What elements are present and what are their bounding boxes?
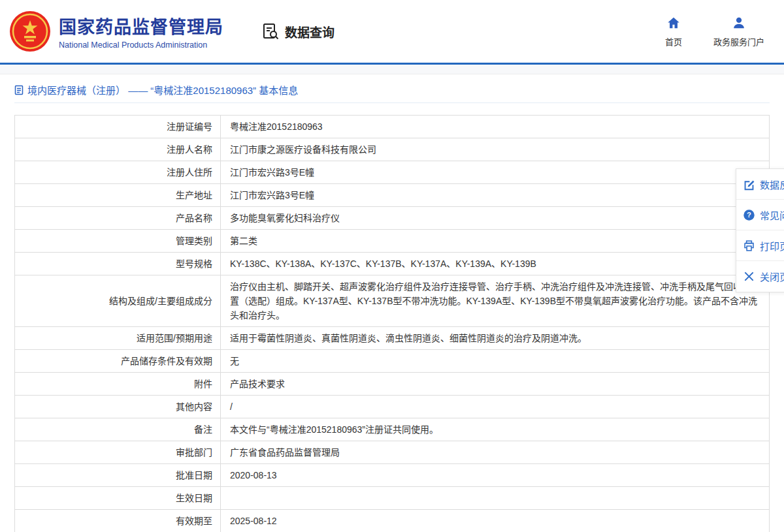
org-name-en: National Medical Products Administration <box>59 40 223 50</box>
row-value: 多功能臭氧雾化妇科治疗仪 <box>221 207 770 230</box>
user-icon <box>732 16 746 33</box>
table-row: 生产地址江门市宏兴路3号E幢 <box>15 184 770 207</box>
side-panel-item-faq[interactable]: ?常见问题 <box>736 200 784 230</box>
row-label: 生产地址 <box>15 184 221 207</box>
row-label: 附件 <box>15 373 221 396</box>
row-label: 型号规格 <box>15 253 221 275</box>
row-value: / <box>221 396 770 418</box>
table-row: 管理类别第二类 <box>15 230 770 253</box>
table-row: 备注本文件与“粤械注准20152180963”注册证共同使用。 <box>15 418 770 441</box>
row-label: 注册证编号 <box>15 116 221 138</box>
nav-home-label: 首页 <box>665 35 682 48</box>
site-header: 国家药品监督管理局 National Medical Products Admi… <box>0 0 784 63</box>
side-panel-item-close[interactable]: 关闭页面 <box>736 261 784 292</box>
row-value: 无 <box>221 350 770 373</box>
nav-item-portal[interactable]: 政务服务门户 <box>713 16 764 48</box>
page-title: 境内医疗器械（注册） —— “粤械注准20152180963” 基本信息 <box>27 83 298 97</box>
row-value: 粤械注准20152180963 <box>221 116 770 138</box>
table-row: 其他内容/ <box>15 396 770 418</box>
table-row: 注册证编号粤械注准20152180963 <box>15 116 770 138</box>
side-panel-item-feedback[interactable]: 数据反馈 <box>736 169 784 200</box>
org-name-cn: 国家药品监督管理局 <box>59 13 223 39</box>
question-icon: ? <box>743 209 755 221</box>
nav-portal-label: 政务服务门户 <box>713 35 764 48</box>
side-panel-item-label: 常见问题 <box>760 208 784 222</box>
table-row: 批准日期2020-08-13 <box>15 464 770 487</box>
row-value: 江门市康之源医疗设备科技有限公司 <box>221 138 770 161</box>
row-label: 备注 <box>15 418 221 441</box>
table-row: 适用范围/预期用途适用于霉菌性阴道炎、真菌性阴道炎、滴虫性阴道炎、细菌性阴道炎的… <box>15 327 770 350</box>
data-query-section: 数据查询 <box>261 22 335 40</box>
row-value <box>221 487 770 510</box>
row-label: 审批部门 <box>15 441 221 464</box>
row-label: 其他内容 <box>15 396 221 418</box>
national-emblem-logo <box>9 10 51 52</box>
row-value: 治疗仪由主机、脚踏开关、超声波雾化治疗组件及治疗连接导管、治疗手柄、冲洗治疗组件… <box>221 275 770 327</box>
document-icon <box>14 85 24 95</box>
table-row: 审批部门广东省食品药品监督管理局 <box>15 441 770 464</box>
row-value: 江门市宏兴路3号E幢 <box>221 161 770 184</box>
side-panel-item-label: 关闭页面 <box>760 270 784 283</box>
row-label: 注册人名称 <box>15 138 221 161</box>
home-icon <box>666 16 681 33</box>
row-value: 江门市宏兴路3号E幢 <box>221 184 770 207</box>
row-label: 有效期至 <box>15 510 221 532</box>
breadcrumb: 境内医疗器械（注册） —— “粤械注准20152180963” 基本信息 <box>14 83 770 103</box>
row-value: 第二类 <box>221 230 770 253</box>
side-panel-item-label: 打印页面 <box>760 239 784 253</box>
row-value: 2025-08-12 <box>221 510 770 532</box>
nav-item-home[interactable]: 首页 <box>665 16 682 48</box>
table-row: 产品名称多功能臭氧雾化妇科治疗仪 <box>15 207 770 230</box>
row-value: 本文件与“粤械注准20152180963”注册证共同使用。 <box>221 418 770 441</box>
side-panel-item-label: 数据反馈 <box>760 178 784 191</box>
row-value: 产品技术要求 <box>221 373 770 396</box>
row-label: 产品储存条件及有效期 <box>15 350 221 373</box>
feedback-icon <box>743 178 755 191</box>
top-nav: 首页 政务服务门户 <box>665 16 764 48</box>
brand: 国家药品监督管理局 National Medical Products Admi… <box>9 10 223 52</box>
print-icon <box>743 240 755 252</box>
table-row: 注册人名称江门市康之源医疗设备科技有限公司 <box>15 138 770 161</box>
row-value: 广东省食品药品监督管理局 <box>221 441 770 464</box>
table-row: 附件产品技术要求 <box>15 373 770 396</box>
row-value: 2020-08-13 <box>221 464 770 487</box>
row-label: 结构及组成/主要组成成分 <box>15 275 221 327</box>
table-row: 型号规格KY-138C、KY-138A、KY-137C、KY-137B、KY-1… <box>15 253 770 275</box>
row-value: KY-138C、KY-138A、KY-137C、KY-137B、KY-137A、… <box>221 253 770 275</box>
info-table-body: 注册证编号粤械注准20152180963注册人名称江门市康之源医疗设备科技有限公… <box>15 116 770 532</box>
row-label: 产品名称 <box>15 207 221 230</box>
table-row: 产品储存条件及有效期无 <box>15 350 770 373</box>
data-query-title: 数据查询 <box>285 23 335 40</box>
row-value: 适用于霉菌性阴道炎、真菌性阴道炎、滴虫性阴道炎、细菌性阴道炎的治疗及阴道冲洗。 <box>221 327 770 350</box>
table-row: 有效期至2025-08-12 <box>15 510 770 532</box>
search-document-icon <box>261 22 280 40</box>
header-sub-band <box>0 65 784 74</box>
svg-text:?: ? <box>747 211 751 219</box>
row-label: 适用范围/预期用途 <box>15 327 221 350</box>
brand-text: 国家药品监督管理局 National Medical Products Admi… <box>59 13 223 50</box>
table-row: 注册人住所江门市宏兴路3号E幢 <box>15 161 770 184</box>
side-panel-item-print[interactable]: 打印页面 <box>736 230 784 261</box>
registration-info-table: 注册证编号粤械注准20152180963注册人名称江门市康之源医疗设备科技有限公… <box>14 115 770 532</box>
row-label: 生效日期 <box>15 487 221 510</box>
row-label: 批准日期 <box>15 464 221 487</box>
row-label: 注册人住所 <box>15 161 221 184</box>
row-label: 管理类别 <box>15 230 221 253</box>
close-icon <box>743 270 755 283</box>
table-row: 生效日期 <box>15 487 770 510</box>
side-panel: 数据反馈?常见问题打印页面关闭页面 <box>736 168 784 292</box>
table-row: 结构及组成/主要组成成分治疗仪由主机、脚踏开关、超声波雾化治疗组件及治疗连接导管… <box>15 275 770 327</box>
